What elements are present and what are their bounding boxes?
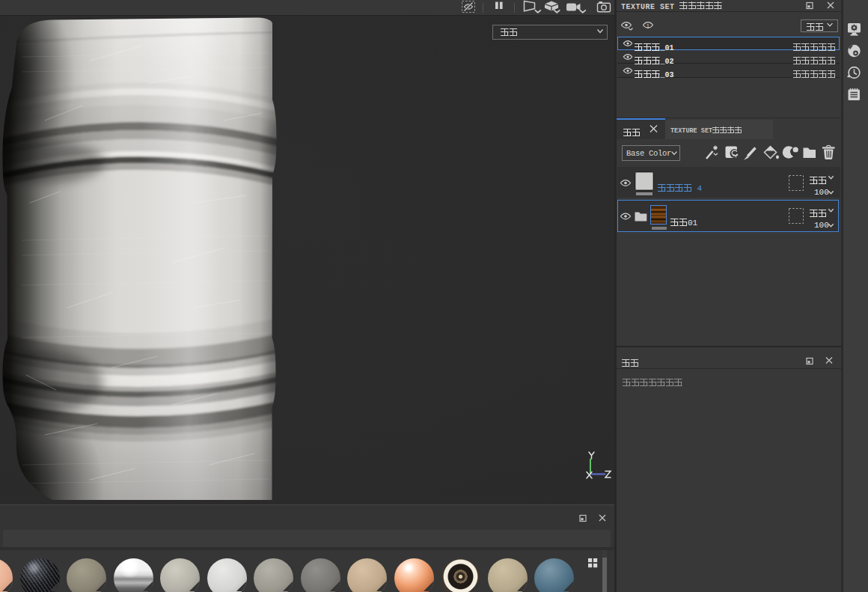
svg-text:1: 1 bbox=[647, 22, 650, 29]
